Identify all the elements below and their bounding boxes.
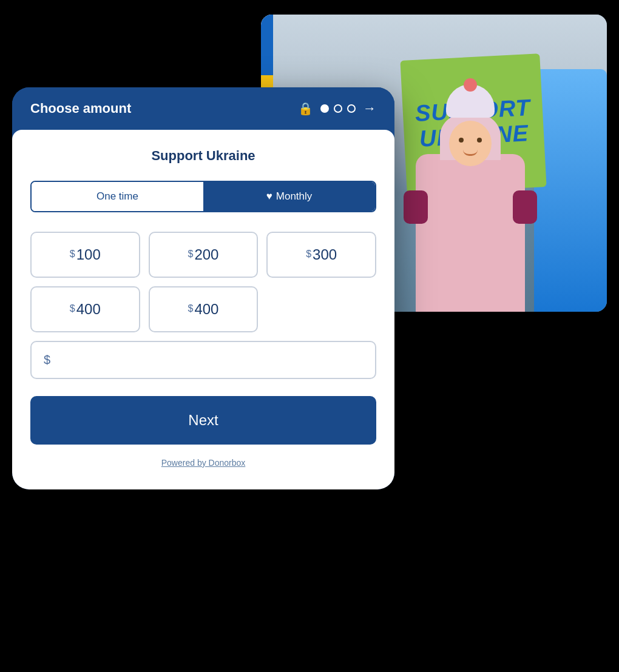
- one-time-button[interactable]: One time: [32, 182, 203, 211]
- amount-400a[interactable]: $ 400: [30, 286, 140, 332]
- amount-grid-row2: $ 400 $ 400: [30, 286, 376, 332]
- custom-amount-field[interactable]: $: [30, 341, 376, 379]
- lock-icon: 🔒: [298, 101, 313, 116]
- dot-1: [320, 104, 329, 113]
- next-button[interactable]: Next: [30, 396, 376, 445]
- powered-by-footer: Powered by Donorbox: [30, 458, 376, 468]
- heart-icon: ♥: [266, 190, 272, 202]
- amount-400b[interactable]: $ 400: [149, 286, 259, 332]
- campaign-title: Support Ukraine: [30, 148, 376, 164]
- next-arrow-icon: →: [363, 101, 376, 116]
- page-title: Choose amount: [30, 101, 288, 116]
- dollar-sign-icon: $: [44, 353, 50, 367]
- dot-2: [334, 104, 342, 113]
- donorbox-link[interactable]: Powered by Donorbox: [161, 458, 246, 468]
- amount-200[interactable]: $ 200: [149, 232, 259, 278]
- card-header: Choose amount 🔒 →: [12, 87, 394, 130]
- custom-amount-input[interactable]: [55, 353, 363, 367]
- card-body: Support Ukraine One time ♥Monthly $ 100: [12, 130, 394, 489]
- header-icons: 🔒 →: [298, 101, 376, 116]
- amount-100[interactable]: $ 100: [30, 232, 140, 278]
- progress-dots: [320, 104, 356, 113]
- frequency-toggle: One time ♥Monthly: [30, 181, 376, 212]
- monthly-button[interactable]: ♥Monthly: [203, 182, 375, 211]
- amount-grid-row1: $ 100 $ 200 $ 300: [30, 232, 376, 278]
- amount-300[interactable]: $ 300: [266, 232, 376, 278]
- dot-3: [347, 104, 356, 113]
- donation-card: Choose amount 🔒 → Support Ukraine One ti: [12, 87, 394, 489]
